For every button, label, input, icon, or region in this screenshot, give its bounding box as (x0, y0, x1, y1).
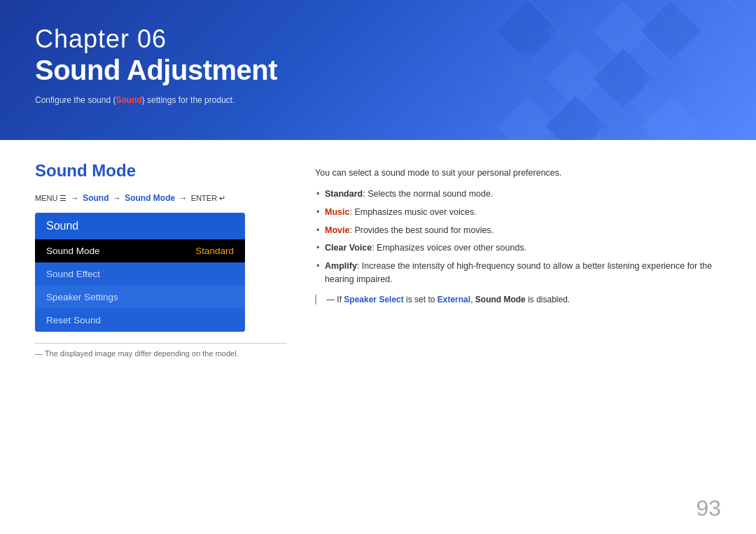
subtitle-text: Configure the sound ( (35, 95, 115, 105)
text-music: : Emphasizes music over voices. (349, 207, 476, 217)
bullet-movie: Movie: Provides the best sound for movie… (315, 224, 721, 237)
arrow-2: → (113, 193, 123, 203)
header-banner: Chapter 06 Sound Adjustment Configure th… (0, 0, 756, 140)
tv-menu: Sound Sound Mode Standard Sound Effect S… (35, 213, 245, 332)
tv-menu-item-sound-effect[interactable]: Sound Effect (35, 262, 245, 286)
left-column: Sound Mode MENU ☰ → Sound → Sound Mode →… (35, 161, 287, 358)
arrow-1: → (71, 193, 81, 203)
subtitle-highlight: Sound (115, 95, 141, 105)
note-middle: is set to (404, 295, 438, 304)
bullet-list: Standard: Selects the normal sound mode.… (315, 188, 721, 286)
item-value-sound-mode: Standard (195, 246, 234, 256)
sound-mode-link: Sound Mode (125, 193, 175, 203)
note-prefix: ― If (326, 295, 344, 304)
enter-label: ENTER ↵ (191, 194, 225, 202)
bullet-standard: Standard: Selects the normal sound mode. (315, 188, 721, 201)
menu-path: MENU ☰ → Sound → Sound Mode → ENTER ↵ (35, 193, 287, 203)
footnote: ― The displayed image may differ dependi… (35, 343, 287, 358)
note-speaker-select: Speaker Select (344, 295, 403, 304)
tv-menu-item-speaker-settings[interactable]: Speaker Settings (35, 286, 245, 309)
diamond-11 (594, 97, 653, 140)
note-suffix: is disabled. (526, 295, 570, 304)
bullet-music: Music: Emphasizes music over voices. (315, 206, 721, 219)
tv-menu-item-sound-mode[interactable]: Sound Mode Standard (35, 239, 245, 262)
bullet-clear-voice: Clear Voice: Emphasizes voices over othe… (315, 241, 721, 255)
text-standard: : Selects the normal sound mode. (363, 189, 493, 199)
term-music: Music (325, 207, 349, 217)
term-amplify: Amplify (325, 261, 357, 271)
description-intro: You can select a sound mode to suit your… (315, 168, 721, 178)
term-standard: Standard (325, 189, 363, 199)
item-label-reset-sound: Reset Sound (46, 315, 101, 325)
diamond-10 (546, 97, 606, 140)
item-label-speaker-settings: Speaker Settings (46, 292, 118, 302)
note-text: ― If Speaker Select is set to External, … (315, 295, 721, 304)
menu-word: MENU ☰ (35, 194, 66, 202)
text-clear-voice: : Emphasizes voices over other sounds. (372, 243, 526, 253)
tv-menu-header: Sound (35, 213, 245, 239)
right-column: You can select a sound mode to suit your… (315, 161, 721, 358)
decorative-diamonds (504, 7, 728, 140)
term-clear-voice: Clear Voice (325, 243, 372, 253)
item-label-sound-effect: Sound Effect (46, 269, 100, 279)
sound-link: Sound (83, 193, 108, 203)
subtitle-end: ) settings for the product. (142, 95, 235, 105)
diamond-9 (498, 97, 558, 140)
arrow-3: → (179, 193, 190, 203)
note-bold: , Sound Mode (470, 295, 526, 304)
diamond-12 (641, 97, 701, 140)
section-title: Sound Mode (35, 161, 287, 181)
item-label-sound-mode: Sound Mode (46, 246, 100, 256)
note-external: External (438, 295, 470, 304)
bullet-amplify: Amplify: Increase the intensity of high-… (315, 260, 721, 286)
main-content: Sound Mode MENU ☰ → Sound → Sound Mode →… (0, 140, 756, 372)
term-movie: Movie (325, 225, 349, 235)
page-number: 93 (696, 496, 721, 521)
text-movie: : Provides the best sound for movies. (349, 225, 493, 235)
text-amplify: : Increase the intensity of high-frequen… (325, 261, 712, 284)
tv-menu-item-reset-sound[interactable]: Reset Sound (35, 309, 245, 332)
